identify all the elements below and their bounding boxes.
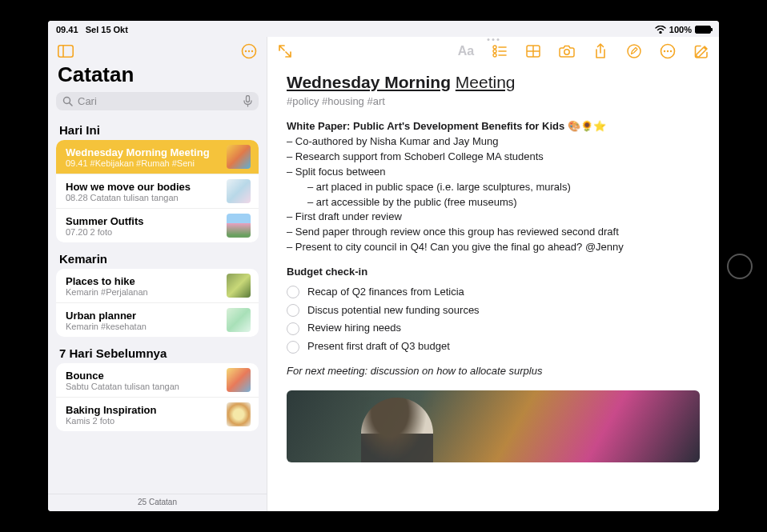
- checkbox-icon[interactable]: [287, 304, 299, 317]
- note-line: – Present to city council in Q4! Can you…: [287, 240, 700, 255]
- note-line: – Send paper through review once this gr…: [287, 225, 700, 240]
- note-list-item[interactable]: Urban plannerKemarin #kesehatan: [56, 303, 259, 337]
- note-item-subtitle: Kemarin #kesehatan: [66, 322, 220, 331]
- note-title: Wednesday Morning Meeting: [287, 70, 700, 94]
- svg-point-11: [493, 50, 496, 53]
- svg-point-21: [664, 50, 665, 52]
- note-thumbnail: [227, 368, 251, 392]
- checklist-label: Recap of Q2 finances from Leticia: [307, 285, 464, 300]
- home-button[interactable]: [727, 254, 753, 279]
- note-item-title: How we move our bodies: [66, 181, 220, 193]
- search-icon: [62, 96, 73, 106]
- mic-icon[interactable]: [243, 95, 252, 107]
- checklist-item[interactable]: Recap of Q2 finances from Leticia: [287, 283, 700, 302]
- note-thumbnail: [227, 274, 251, 298]
- svg-point-18: [564, 50, 569, 54]
- camera-icon[interactable]: [557, 42, 576, 61]
- checkbox-icon[interactable]: [287, 322, 299, 335]
- note-tags: #policy #housing #art: [287, 94, 700, 110]
- note-thumbnail: [227, 402, 251, 426]
- drag-handle-icon[interactable]: [488, 38, 500, 41]
- note-item-subtitle: 09.41 #Kebijakan #Rumah #Seni: [66, 158, 220, 168]
- checklist-label: Review hiring needs: [307, 321, 401, 336]
- note-list-item[interactable]: BounceSabtu Catatan tulisan tangan: [56, 363, 259, 398]
- expand-icon[interactable]: [275, 42, 295, 61]
- note-thumbnail: [227, 214, 251, 238]
- svg-point-19: [628, 45, 641, 58]
- note-item-title: Places to hike: [66, 275, 220, 287]
- note-list-item[interactable]: Places to hikeKemarin #Perjalanan: [56, 269, 259, 303]
- note-item-title: Wednesday Morning Meeting: [66, 146, 220, 158]
- note-item-subtitle: Kemarin #Perjalanan: [66, 287, 220, 297]
- note-item-title: Summer Outfits: [66, 215, 220, 227]
- note-item-title: Baking Inspiration: [66, 404, 220, 416]
- table-icon[interactable]: [524, 42, 543, 61]
- svg-rect-0: [58, 46, 73, 57]
- note-line: – Split focus between: [287, 165, 700, 180]
- note-thumbnail: [227, 179, 251, 203]
- sidebar-toggle-icon[interactable]: [56, 42, 75, 61]
- checklist-label: Present first draft of Q3 budget: [307, 339, 450, 354]
- sidebar: Catatan Cari Hari IniWednesday Morning M…: [48, 37, 267, 511]
- markup-icon[interactable]: [624, 42, 644, 61]
- svg-line-7: [70, 103, 73, 106]
- note-item-subtitle: 07.20 2 foto: [66, 227, 220, 237]
- note-line: – First draft under review: [287, 210, 700, 225]
- status-date: Sel 15 Okt: [86, 25, 128, 34]
- note-toolbar: Aa: [267, 37, 719, 64]
- note-group: Wednesday Morning Meeting09.41 #Kebijaka…: [56, 140, 259, 242]
- note-item-subtitle: 08.28 Catatan tulisan tangan: [66, 193, 220, 202]
- checklist-item[interactable]: Review hiring needs: [287, 319, 700, 338]
- status-bar: 09.41 Sel 15 Okt 100%: [48, 21, 719, 37]
- svg-point-4: [248, 50, 250, 52]
- note-list-item[interactable]: How we move our bodies08.28 Catatan tuli…: [56, 174, 259, 209]
- note-thumbnail: [227, 308, 251, 332]
- battery-percent: 100%: [669, 25, 692, 34]
- checklist-item[interactable]: Discus potential new funding sources: [287, 302, 700, 320]
- battery-icon: [695, 26, 711, 34]
- white-paper-heading: White Paper: Public Art's Development Be…: [287, 119, 700, 134]
- svg-point-13: [493, 54, 496, 57]
- section-header: Kemarin: [56, 246, 259, 269]
- more-icon[interactable]: [658, 42, 677, 61]
- svg-point-23: [670, 50, 672, 52]
- screen: 09.41 Sel 15 Okt 100%: [48, 21, 719, 511]
- note-line: – Research support from Schoberl College…: [287, 150, 700, 165]
- checklist-label: Discus potential new funding sources: [307, 303, 480, 318]
- note-content-pane: Aa: [267, 37, 719, 511]
- note-list-item[interactable]: Wednesday Morning Meeting09.41 #Kebijaka…: [56, 140, 259, 174]
- compose-icon[interactable]: [692, 42, 711, 61]
- status-right: 100%: [655, 25, 711, 34]
- note-body[interactable]: Wednesday Morning Meeting #policy #housi…: [267, 64, 719, 511]
- note-list-item[interactable]: Baking InspirationKamis 2 foto: [56, 398, 259, 431]
- sidebar-footer: 25 Catatan: [48, 494, 267, 511]
- svg-point-3: [245, 50, 247, 52]
- note-line: – Co-authored by Nisha Kumar and Jay Mun…: [287, 134, 700, 150]
- checkbox-icon[interactable]: [287, 341, 299, 354]
- note-item-title: Urban planner: [66, 310, 220, 322]
- status-time: 09.41: [56, 25, 78, 34]
- svg-point-5: [251, 50, 253, 52]
- svg-rect-8: [247, 96, 250, 102]
- text-format-button[interactable]: Aa: [456, 42, 476, 61]
- note-image-attachment[interactable]: [287, 390, 700, 462]
- wifi-icon: [655, 26, 666, 34]
- checkbox-icon[interactable]: [287, 286, 299, 298]
- note-group: Places to hikeKemarin #PerjalananUrban p…: [56, 269, 259, 337]
- section-header: 7 Hari Sebelumnya: [56, 340, 259, 363]
- note-item-subtitle: Kamis 2 foto: [66, 416, 220, 426]
- section-header: Hari Ini: [56, 117, 259, 140]
- note-list-item[interactable]: Summer Outfits07.20 2 foto: [56, 209, 259, 242]
- share-icon[interactable]: [591, 42, 610, 61]
- more-options-icon[interactable]: [239, 42, 259, 61]
- checklist-icon[interactable]: [490, 42, 509, 61]
- note-list[interactable]: Hari IniWednesday Morning Meeting09.41 #…: [48, 117, 267, 494]
- status-left: 09.41 Sel 15 Okt: [56, 25, 128, 34]
- note-title-bold: Wednesday Morning: [287, 73, 451, 91]
- checklist: Recap of Q2 finances from LeticiaDiscus …: [287, 283, 700, 356]
- search-input[interactable]: Cari: [56, 92, 259, 110]
- next-meeting-line: For next meeting: discussion on how to a…: [287, 364, 700, 379]
- note-thumbnail: [227, 145, 251, 169]
- checklist-item[interactable]: Present first draft of Q3 budget: [287, 338, 700, 356]
- svg-point-9: [493, 46, 496, 49]
